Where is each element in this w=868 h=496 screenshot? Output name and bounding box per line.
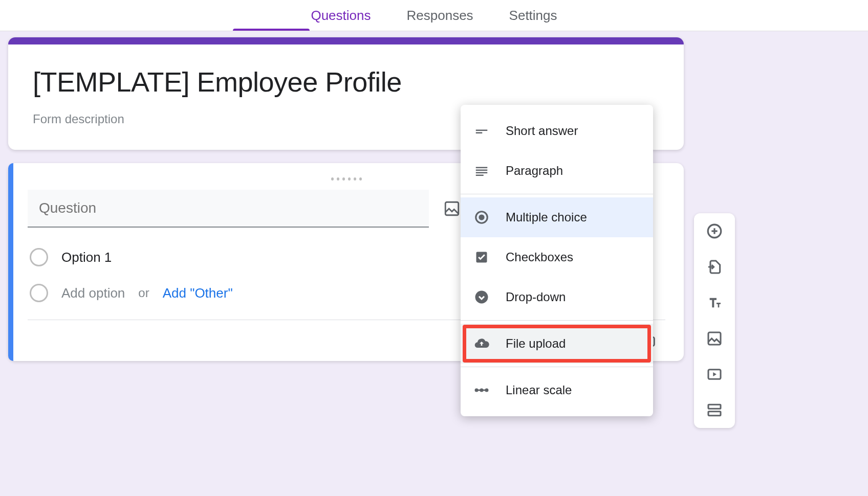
qtype-checkboxes-label: Checkboxes (506, 250, 573, 264)
svg-rect-23 (708, 412, 721, 416)
qtype-file-upload[interactable]: File upload (461, 324, 653, 364)
option-1-label[interactable]: Option 1 (61, 250, 112, 265)
qtype-multiple-choice-label: Multiple choice (506, 210, 587, 224)
import-questions-button[interactable] (704, 256, 725, 278)
file-upload-icon (473, 335, 490, 352)
tab-questions[interactable]: Questions (311, 0, 371, 31)
multiple-choice-icon (473, 209, 490, 226)
form-title[interactable]: [TEMPLATE] Employee Profile (33, 66, 659, 98)
svg-rect-0 (445, 202, 459, 215)
qtype-checkboxes[interactable]: Checkboxes (461, 237, 653, 277)
radio-icon (30, 284, 48, 302)
radio-icon (30, 248, 48, 266)
checkboxes-icon (473, 249, 490, 266)
form-canvas: [TEMPLATE] Employee Profile Form descrip… (0, 31, 868, 496)
menu-separator (461, 194, 653, 194)
svg-rect-22 (708, 404, 721, 409)
dropdown-icon (473, 288, 490, 306)
add-other-link[interactable]: Add "Other" (163, 285, 233, 301)
tab-responses[interactable]: Responses (407, 0, 473, 31)
add-image-to-question-icon[interactable] (442, 199, 462, 218)
or-word: or (138, 286, 149, 300)
svg-rect-16 (476, 390, 487, 391)
active-tab-underline (233, 29, 310, 31)
floating-toolbar (694, 213, 735, 428)
short-answer-icon (473, 122, 490, 140)
add-section-button[interactable] (704, 399, 725, 421)
qtype-dropdown[interactable]: Drop-down (461, 277, 653, 317)
svg-rect-4 (476, 132, 483, 134)
svg-rect-6 (476, 170, 488, 171)
svg-rect-7 (476, 172, 488, 174)
qtype-multiple-choice[interactable]: Multiple choice (461, 197, 653, 237)
question-title-input[interactable] (28, 190, 429, 228)
linear-scale-icon (473, 381, 490, 399)
tab-settings[interactable]: Settings (509, 0, 557, 31)
svg-rect-5 (476, 167, 488, 169)
svg-point-12 (475, 291, 488, 304)
add-image-button[interactable] (704, 328, 725, 349)
top-tab-bar: Questions Responses Settings (0, 0, 868, 31)
qtype-linear-scale[interactable]: Linear scale (461, 370, 653, 410)
question-type-menu: Short answer Paragraph Multiple choice C… (461, 105, 653, 416)
paragraph-icon (473, 162, 490, 179)
qtype-paragraph[interactable]: Paragraph (461, 151, 653, 191)
add-option-label[interactable]: Add option (61, 285, 125, 301)
qtype-dropdown-label: Drop-down (506, 290, 566, 304)
add-title-button[interactable] (704, 292, 725, 313)
menu-separator (461, 367, 653, 367)
svg-point-10 (479, 214, 484, 220)
menu-separator (461, 320, 653, 321)
add-question-button[interactable] (704, 220, 725, 242)
qtype-file-upload-label: File upload (506, 336, 566, 351)
qtype-short-answer[interactable]: Short answer (461, 111, 653, 151)
qtype-linear-scale-label: Linear scale (506, 383, 572, 397)
qtype-paragraph-label: Paragraph (506, 164, 563, 178)
svg-rect-20 (708, 332, 721, 345)
svg-rect-3 (476, 130, 488, 131)
qtype-short-answer-label: Short answer (506, 124, 578, 138)
add-video-button[interactable] (704, 364, 725, 385)
svg-rect-8 (476, 175, 484, 176)
drag-handle-icon[interactable] (331, 173, 362, 185)
